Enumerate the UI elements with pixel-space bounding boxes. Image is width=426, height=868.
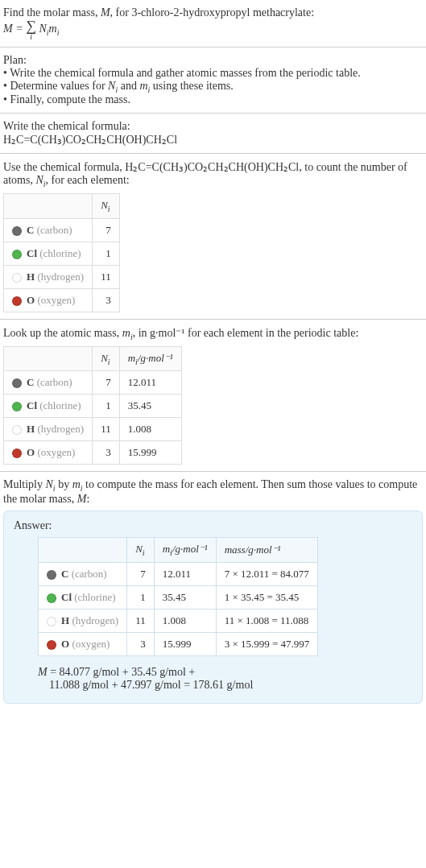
plan-bullet-2: • Determine values for Ni and mi using t… xyxy=(3,80,423,94)
col-mi: mi/g·mol⁻¹ xyxy=(119,346,181,371)
multiply-text: Multiply Ni by mi to compute the mass fo… xyxy=(3,478,423,506)
count-atoms-section: Use the chemical formula, H₂C=C(CH₃)CO₂C… xyxy=(0,154,426,319)
table-row: C (carbon) 7 xyxy=(4,218,120,242)
col-Ni: Ni xyxy=(93,346,120,371)
table-header-row: Ni mi/g·mol⁻¹ xyxy=(4,346,182,371)
element-dot-icon xyxy=(47,617,56,626)
table-row: Cl (chlorine) 1 xyxy=(4,242,120,265)
sum-line-1: M = 84.077 g/mol + 35.45 g/mol + xyxy=(38,666,412,679)
element-dot-icon xyxy=(47,640,56,650)
col-Ni: Ni xyxy=(93,194,120,219)
table-row: C (carbon) 7 12.011 xyxy=(4,371,182,395)
table-row: H (hydrogen) 11 xyxy=(4,265,120,288)
table-row: O (oxygen) 3 15.999 3 × 15.999 = 47.997 xyxy=(39,632,318,655)
write-formula-heading: Write the chemical formula: xyxy=(3,120,423,133)
element-dot-icon xyxy=(47,593,56,603)
table-row: C (carbon) 7 12.011 7 × 12.011 = 84.077 xyxy=(39,562,318,585)
table-row: Cl (chlorine) 1 35.45 xyxy=(4,395,182,418)
plan-bullet-3: • Finally, compute the mass. xyxy=(3,93,423,106)
write-formula-section: Write the chemical formula: H₂C=C(CH₃)CO… xyxy=(0,114,426,154)
mass-table: Ni mi/g·mol⁻¹ mass/g·mol⁻¹ C (carbon) 7 … xyxy=(38,537,318,656)
count-atoms-text: Use the chemical formula, H₂C=C(CH₃)CO₂C… xyxy=(3,160,423,188)
atomic-mass-table: Ni mi/g·mol⁻¹ C (carbon) 7 12.011 Cl (ch… xyxy=(3,346,182,465)
table-row: H (hydrogen) 11 1.008 11 × 1.008 = 11.08… xyxy=(39,609,318,632)
answer-label: Answer: xyxy=(14,519,412,532)
element-dot-icon xyxy=(12,378,22,388)
plan-bullet-1: • Write the chemical formula and gather … xyxy=(3,67,423,80)
sigma-icon: ∑ i xyxy=(26,19,36,40)
lookup-text: Look up the atomic mass, mi, in g·mol⁻¹ … xyxy=(3,326,423,341)
element-dot-icon xyxy=(12,425,22,435)
table-header-row: Ni xyxy=(4,194,120,219)
element-dot-icon xyxy=(12,448,22,458)
plan-section: Plan: • Write the chemical formula and g… xyxy=(0,48,426,114)
element-dot-icon xyxy=(12,402,22,411)
element-dot-icon xyxy=(12,273,22,283)
lookup-section: Look up the atomic mass, mi, in g·mol⁻¹ … xyxy=(0,320,426,472)
table-header-row: Ni mi/g·mol⁻¹ mass/g·mol⁻¹ xyxy=(39,537,318,562)
element-dot-icon xyxy=(47,570,56,580)
intro-text: Find the molar mass, M, for 3-chloro-2-h… xyxy=(3,6,423,19)
plan-heading: Plan: xyxy=(3,54,423,67)
col-Ni: Ni xyxy=(127,537,155,562)
atom-count-table: Ni C (carbon) 7 Cl (chlorine) 1 H (hydro… xyxy=(3,193,120,312)
answer-box: Answer: Ni mi/g·mol⁻¹ mass/g·mol⁻¹ C (ca… xyxy=(3,510,423,704)
chemical-formula: H₂C=C(CH₃)CO₂CH₂CH(OH)CH₂Cl xyxy=(3,133,423,147)
molar-mass-equation: M = ∑ i Nimi xyxy=(3,19,423,40)
table-row: O (oxygen) 3 15.999 xyxy=(4,441,182,465)
element-dot-icon xyxy=(12,226,22,236)
table-row: O (oxygen) 3 xyxy=(4,288,120,312)
element-dot-icon xyxy=(12,296,22,306)
sum-line-2: 11.088 g/mol + 47.997 g/mol = 178.61 g/m… xyxy=(38,679,412,692)
col-mass: mass/g·mol⁻¹ xyxy=(216,537,318,562)
answer-section: Multiply Ni by mi to compute the mass fo… xyxy=(0,472,426,709)
table-row: H (hydrogen) 11 1.008 xyxy=(4,418,182,441)
table-row: Cl (chlorine) 1 35.45 1 × 35.45 = 35.45 xyxy=(39,585,318,609)
col-mi: mi/g·mol⁻¹ xyxy=(154,537,216,562)
intro-section: Find the molar mass, M, for 3-chloro-2-h… xyxy=(0,0,426,48)
element-dot-icon xyxy=(12,250,22,259)
